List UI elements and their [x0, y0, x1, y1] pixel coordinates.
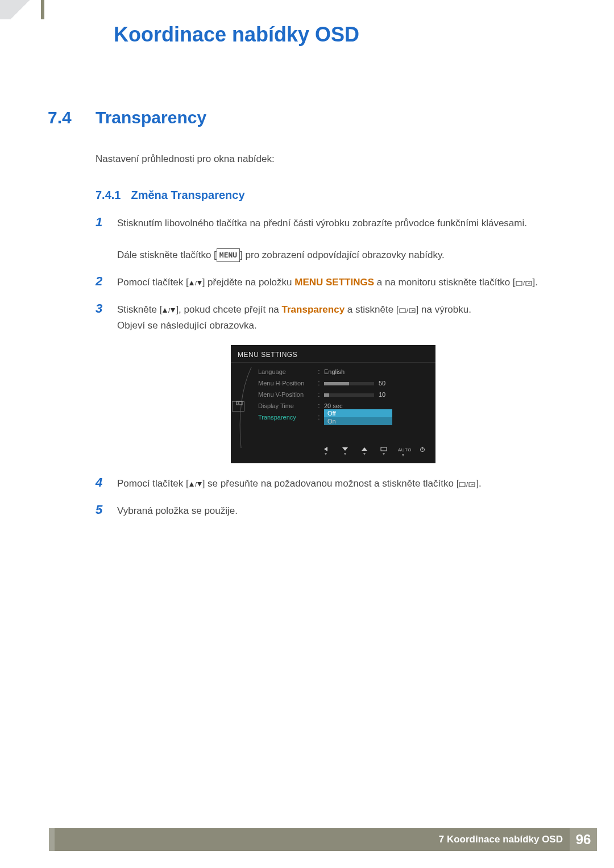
subsection-number: 7.4.1: [96, 189, 121, 202]
svg-text:/: /: [466, 481, 468, 488]
svg-rect-13: [238, 402, 239, 404]
power-icon: [417, 447, 428, 458]
osd-category-icon: [232, 401, 244, 412]
svg-marker-14: [324, 447, 327, 451]
section-number: 7.4: [48, 108, 80, 127]
subsection-heading: 7.4.1 Změna Transparency: [96, 189, 571, 202]
section-title: Transparency: [96, 108, 206, 127]
page-content: 7.4 Transparency Nastavení průhlednosti …: [48, 108, 571, 530]
enter-return-icon: /: [459, 478, 476, 489]
osd-option-on: On: [324, 417, 392, 425]
osd-title: MENU SETTINGS: [231, 348, 435, 363]
enter-return-icon: /: [399, 304, 416, 315]
step-text: Stisknutím libovolného tlačítka na předn…: [117, 215, 527, 263]
chapter-title: Koordinace nabídky OSD: [114, 23, 359, 47]
osd-row-v-position: Menu V-Position: 10: [256, 389, 435, 400]
svg-marker-20: [189, 482, 194, 487]
osd-screenshot: MENU SETTINGS Language: English Menu H-P…: [231, 345, 435, 463]
osd-footer-controls: ▾ ▾ ▾ ▾ AUTO▾: [231, 442, 435, 463]
osd-row-language: Language: English: [256, 366, 435, 377]
step-3: 3 Stiskněte [/], pokud chcete přejít na …: [96, 302, 571, 334]
step-number: 2: [96, 275, 108, 288]
osd-option-off: Off: [324, 409, 392, 417]
section-intro: Nastavení průhlednosti pro okna nabídek:: [96, 153, 571, 165]
svg-marker-2: [197, 281, 202, 285]
nav-auto-label: AUTO▾: [398, 447, 408, 458]
subsection-title: Změna Transparency: [131, 189, 244, 202]
svg-marker-16: [362, 447, 367, 451]
svg-text:/: /: [523, 280, 525, 286]
svg-text:/: /: [406, 308, 409, 314]
svg-rect-23: [459, 483, 465, 487]
svg-marker-0: [189, 281, 194, 285]
page-number: 96: [570, 828, 597, 851]
up-down-arrows-icon: /: [189, 478, 202, 489]
up-down-arrows-icon: /: [162, 304, 176, 315]
osd-row-h-position: Menu H-Position: 50: [256, 377, 435, 389]
nav-up-icon: ▾: [359, 447, 370, 458]
enter-return-icon: /: [516, 277, 533, 288]
menu-button-token: MENU: [217, 248, 240, 261]
svg-marker-6: [163, 308, 167, 313]
step-4: 4 Pomocí tlačítek [/] se přesuňte na pož…: [96, 476, 571, 492]
svg-text:/: /: [195, 481, 197, 488]
step-number: 4: [96, 476, 108, 489]
footer-chapter-ref: 7 Koordinace nabídky OSD: [439, 834, 563, 845]
svg-marker-8: [171, 308, 175, 313]
highlight-menu-settings: MENU SETTINGS: [294, 277, 374, 288]
svg-marker-15: [342, 447, 348, 451]
highlight-transparency: Transparency: [282, 304, 345, 315]
section-heading: 7.4 Transparency: [48, 108, 571, 127]
step-5: 5 Vybraná položka se použije.: [96, 503, 571, 519]
step-2: 2 Pomocí tlačítek [/] přejděte na položk…: [96, 275, 571, 290]
svg-rect-3: [516, 281, 522, 285]
step-number: 5: [96, 503, 108, 517]
svg-text:/: /: [168, 308, 171, 314]
svg-text:/: /: [195, 280, 197, 286]
svg-rect-17: [381, 447, 387, 451]
svg-rect-9: [400, 309, 405, 313]
nav-enter-icon: ▾: [379, 447, 389, 458]
osd-row-transparency: Transparency: Off On: [256, 412, 435, 423]
step-text: Stiskněte [/], pokud chcete přejít na Tr…: [117, 302, 471, 334]
step-text: Vybraná položka se použije.: [117, 503, 238, 519]
step-number: 1: [96, 215, 108, 229]
decorative-corner: [0, 0, 44, 19]
svg-marker-22: [197, 482, 202, 487]
step-1: 1 Stisknutím libovolného tlačítka na pře…: [96, 215, 571, 263]
up-down-arrows-icon: /: [189, 277, 202, 288]
step-text: Pomocí tlačítek [/] se přesuňte na požad…: [117, 476, 482, 492]
nav-left-icon: ▾: [321, 447, 331, 458]
osd-curve-decoration: [231, 366, 256, 437]
page-footer: 7 Koordinace nabídky OSD 96: [49, 828, 597, 851]
step-number: 3: [96, 302, 108, 315]
nav-down-icon: ▾: [340, 447, 350, 458]
step-text: Pomocí tlačítek [/] přejděte na položku …: [117, 275, 538, 290]
